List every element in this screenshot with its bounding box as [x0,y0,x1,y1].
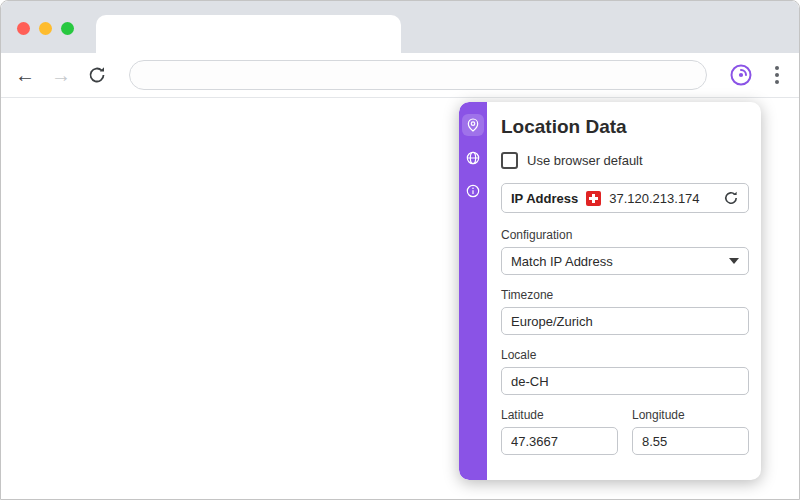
latitude-input[interactable] [501,427,618,455]
reload-icon [87,65,107,85]
checkbox-label: Use browser default [527,153,643,168]
page-content: Location Data Use browser default IP Add… [1,98,799,500]
vytal-extension-icon[interactable] [729,63,753,87]
back-button[interactable]: ← [15,65,35,85]
latitude-group: Latitude [501,408,618,468]
ip-address-value: 37.120.213.174 [609,191,699,206]
refresh-icon [723,190,739,206]
panel-body: Location Data Use browser default IP Add… [487,102,761,480]
ip-address-row: IP Address 37.120.213.174 [501,183,749,213]
use-browser-default-checkbox[interactable] [501,152,518,169]
tab-globe[interactable] [462,147,484,169]
timezone-input[interactable] [501,307,749,335]
info-icon [465,183,481,199]
traffic-lights [17,22,74,35]
extension-popup: Location Data Use browser default IP Add… [459,102,761,480]
lat-long-row: Latitude Longitude [501,408,749,468]
longitude-input[interactable] [632,427,749,455]
forward-button[interactable]: → [51,65,71,85]
reload-button[interactable] [87,65,107,85]
tab-location[interactable] [462,114,484,136]
location-pin-icon [465,117,481,133]
use-browser-default-row[interactable]: Use browser default [501,152,749,169]
tab-info[interactable] [462,180,484,202]
ip-address-label: IP Address [511,191,578,206]
swiss-flag-icon [586,191,601,206]
longitude-label: Longitude [632,408,749,422]
configuration-value: Match IP Address [511,254,613,269]
chevron-down-icon [729,258,739,264]
globe-icon [465,150,481,166]
timezone-label: Timezone [501,288,749,302]
configuration-label: Configuration [501,228,749,242]
browser-menu-button[interactable] [769,62,785,88]
configuration-select[interactable]: Match IP Address [501,247,749,275]
browser-toolbar: ← → [1,53,799,98]
vytal-logo-icon [729,63,753,87]
sidebar-rail [459,102,487,480]
address-bar[interactable] [129,60,707,90]
latitude-label: Latitude [501,408,618,422]
zoom-window-button[interactable] [61,22,74,35]
tab-strip [1,1,799,53]
browser-window: ← → [0,0,800,500]
refresh-ip-button[interactable] [723,190,739,206]
minimize-window-button[interactable] [39,22,52,35]
panel-title: Location Data [501,116,749,138]
locale-input[interactable] [501,367,749,395]
browser-tab[interactable] [96,15,401,53]
locale-label: Locale [501,348,749,362]
close-window-button[interactable] [17,22,30,35]
longitude-group: Longitude [632,408,749,468]
